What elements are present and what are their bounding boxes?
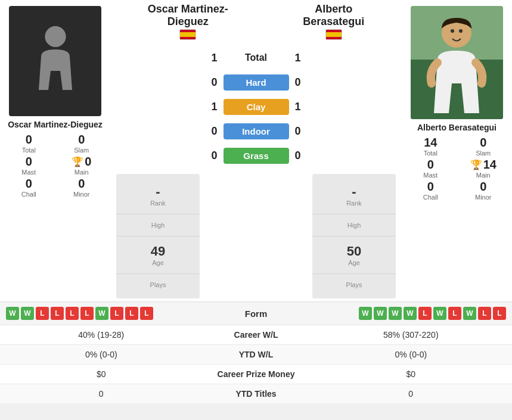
left-name-flag: Oscar Martinez-Dieguez [148,3,228,41]
right-form-5: L [418,307,432,320]
left-player-name-top: Oscar Martinez-Dieguez [148,3,228,28]
left-plays-row: Plays [116,274,200,295]
left-main-stat: 🏆 0 Main [56,155,108,176]
left-minor-stat: 0 Minor [56,177,108,198]
right-form-4: W [404,307,417,320]
right-flag [325,29,342,40]
right-form-9: L [478,307,491,320]
right-form-badges: W W W W L W L W L L [304,307,507,320]
grass-row: 0 Grass 0 [110,148,402,164]
left-stats-grid: 0 Total 0 Slam 0 Mast 🏆 0 [3,133,107,198]
hard-row: 0 Hard 0 [110,74,402,91]
right-name-flag: AlbertoBerasategui [303,3,364,41]
left-form-5: L [66,307,79,320]
right-form-2: W [374,307,387,320]
left-form-7: W [95,307,108,320]
right-form-6: W [433,307,446,320]
match-rows: 1 Total 1 0 Hard 0 1 Clay 1 0 Indoor [110,47,402,166]
right-rank-row: - Rank [312,177,396,214]
left-form-6: L [80,307,94,320]
left-form-1: W [6,307,19,320]
right-player-name: Alberto Berasategui [417,123,497,132]
top-section: Oscar Martinez-Dieguez 0 Total 0 Slam 0 … [0,0,512,301]
right-form-3: W [389,307,402,320]
left-age-row: 49 Age [116,237,200,274]
right-stats-panel: - Rank High 50 Age Plays [312,174,396,298]
ytd-wl-row: 0% (0-0) YTD W/L 0% (0-0) [0,344,512,364]
indoor-row: 0 Indoor 0 [110,123,402,139]
form-section: W W L L L L W L L L Form W W W W L W L W… [0,301,512,325]
right-plays-row: Plays [312,274,396,295]
ytd-titles-row: 0 YTD Titles 0 [0,384,512,403]
total-row: 1 Total 1 [110,49,402,66]
left-form-9: L [125,307,138,320]
left-form-badges: W W L L L L W L L L [6,307,209,320]
left-player-area: Oscar Martinez-Dieguez 0 Total 0 Slam 0 … [0,0,110,301]
right-high-row: High [312,214,396,237]
left-form-2: W [21,307,34,320]
left-rank-row: - Rank [116,177,200,214]
center-area: Oscar Martinez-Dieguez AlbertoBerasategu… [110,0,402,301]
left-mast-stat: 0 Mast [3,155,55,176]
right-form-1: W [359,307,372,320]
left-flag [179,29,196,40]
left-stats-panel: - Rank High 49 Age Plays [116,174,200,298]
clay-row: 1 Clay 1 [110,99,402,115]
svg-point-5 [459,29,463,33]
right-player-photo [411,6,503,119]
left-slam-stat: 0 Slam [56,133,108,154]
form-label: Form [209,309,304,319]
career-prize-row: $0 Career Prize Money $0 [0,364,512,384]
right-chall-stat: 0 Chall [405,180,457,201]
left-form-4: L [51,307,64,320]
right-form-7: L [448,307,461,320]
career-wl-row: 40% (19-28) Career W/L 58% (307-220) [0,325,512,344]
right-total-stat: 14 Total [405,136,457,157]
right-player-area: Alberto Berasategui 14 Total 0 Slam 0 Ma… [402,0,512,301]
left-high-row: High [116,214,200,237]
left-form-3: L [36,307,49,320]
right-form-8: W [463,307,476,320]
left-form-8: L [110,307,123,320]
main-container: Oscar Martinez-Dieguez 0 Total 0 Slam 0 … [0,0,512,403]
left-chall-stat: 0 Chall [3,177,55,198]
right-trophy-icon: 🏆 [470,159,482,170]
svg-point-0 [45,26,66,46]
right-main-stat: 🏆 14 Main [458,158,510,179]
right-slam-stat: 0 Slam [458,136,510,157]
right-stats-grid: 14 Total 0 Slam 0 Mast 🏆 14 Main [405,136,509,201]
left-form-10: L [140,307,153,320]
right-form-10: L [493,307,506,320]
left-player-name: Oscar Martinez-Dieguez [8,120,103,129]
left-player-photo [9,6,101,116]
right-player-name-top: AlbertoBerasategui [303,3,364,28]
right-mast-stat: 0 Mast [405,158,457,179]
svg-point-4 [451,29,454,33]
left-trophy-icon: 🏆 [72,156,83,167]
right-age-row: 50 Age [312,237,396,274]
right-minor-stat: 0 Minor [458,180,510,201]
left-total-stat: 0 Total [3,133,55,154]
